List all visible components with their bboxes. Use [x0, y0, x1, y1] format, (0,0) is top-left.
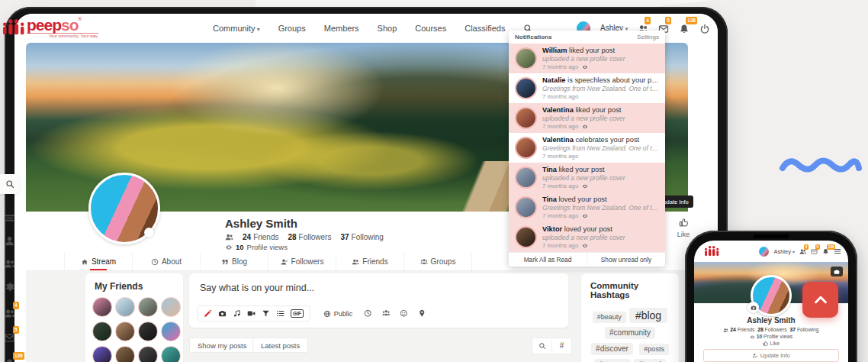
post-input[interactable]: Say what is on your mind... [189, 273, 568, 293]
scroll-to-top-button[interactable] [802, 282, 838, 318]
messages-button[interactable]: 5 [811, 247, 818, 255]
gif-button[interactable]: GIF [291, 309, 304, 318]
tab-groups[interactable]: Groups [403, 253, 472, 270]
notifications-button[interactable]: 136 [679, 21, 690, 34]
gear-icon[interactable] [4, 281, 15, 293]
camera-icon[interactable] [218, 309, 227, 318]
change-cover-button[interactable] [831, 267, 843, 276]
friend-avatar[interactable] [115, 346, 135, 362]
peepso-logomark-icon[interactable] [701, 244, 724, 258]
notifications-settings-link[interactable]: Settings [637, 34, 659, 40]
nav-item-members[interactable]: Members [324, 24, 359, 33]
mark-read-eye-icon[interactable] [582, 183, 588, 189]
friend-requests-button[interactable]: 4 [799, 247, 806, 255]
friend-avatar[interactable] [115, 297, 135, 317]
members-icon[interactable] [4, 258, 15, 270]
phone-notch [754, 234, 789, 238]
mark-read-eye-icon[interactable] [582, 64, 588, 70]
friend-avatar[interactable] [138, 346, 158, 362]
funnel-icon[interactable] [262, 309, 270, 318]
mark-read-eye-icon[interactable] [582, 124, 588, 130]
list-icon[interactable] [276, 309, 285, 318]
notification-item[interactable]: Tina loved your post Greetings from New … [509, 192, 665, 222]
hashtag[interactable]: #stream [594, 359, 631, 362]
pencil-icon[interactable] [204, 309, 212, 318]
stream-search-button[interactable] [532, 339, 551, 353]
like-button[interactable]: Like [694, 341, 848, 347]
friend-avatar[interactable] [92, 346, 112, 362]
tag-friends-icon[interactable] [382, 309, 391, 318]
hashtag[interactable]: #blog [629, 308, 667, 323]
nav-item-shop[interactable]: Shop [378, 24, 397, 33]
friend-avatar[interactable] [92, 297, 112, 317]
tab-blog[interactable]: Blog [200, 253, 268, 270]
nav-item-groups[interactable]: Groups [278, 24, 306, 33]
tab-stream[interactable]: Stream [64, 253, 132, 270]
notifications-header: Notifications Settings [509, 31, 665, 44]
user-menu[interactable]: Ashley ▾ [773, 248, 795, 255]
privacy-selector[interactable]: Public [323, 310, 353, 318]
music-icon[interactable] [233, 309, 241, 318]
following-stat[interactable]: 37Following [340, 233, 383, 241]
logo-text: peep [27, 16, 61, 34]
nav-item-courses[interactable]: Courses [415, 24, 446, 33]
hashtag[interactable]: #discover [591, 343, 633, 355]
latest-posts-button[interactable]: Latest posts [252, 338, 308, 353]
person-check-icon [281, 258, 288, 266]
hashtag[interactable]: #travel [634, 359, 666, 362]
alerts-badge: 136 [686, 17, 697, 24]
stream-filter-box: # [532, 338, 572, 354]
profile-views: 10 Profile views [694, 334, 848, 340]
profile-avatar[interactable] [88, 173, 160, 244]
notification-item[interactable]: Valentina celebrates your post Greetings… [509, 133, 665, 163]
tab-about[interactable]: About [132, 253, 200, 270]
location-icon[interactable] [418, 309, 426, 318]
friend-avatar[interactable] [92, 322, 112, 341]
schedule-icon[interactable] [364, 309, 372, 318]
mood-icon[interactable] [400, 309, 408, 318]
hashtag[interactable]: #posts [639, 344, 669, 355]
tab-friends[interactable]: Friends [336, 253, 403, 270]
camera-icon [751, 305, 757, 311]
widget-title: My Friends [85, 273, 183, 297]
video-icon[interactable] [247, 309, 256, 318]
person-icon[interactable] [4, 235, 15, 247]
mark-all-read-button[interactable]: Mark All as Read [509, 253, 587, 267]
notification-item[interactable]: William liked your post uploaded a new p… [509, 44, 665, 73]
hashtag[interactable]: #community [605, 327, 655, 339]
notification-item[interactable]: Viktor loved your post uploaded a new pr… [509, 222, 665, 252]
friend-avatar[interactable] [161, 322, 181, 341]
mark-read-eye-icon[interactable] [582, 213, 588, 219]
friend-avatar[interactable] [138, 297, 158, 317]
sidebar-search-box[interactable] [0, 174, 20, 194]
update-info-button[interactable]: Update Info [703, 349, 839, 362]
notification-item[interactable]: Tina liked your post uploaded a new prof… [509, 163, 665, 192]
tab-followers[interactable]: Followers [268, 253, 336, 270]
peepso-logo[interactable]: peepso® Your community. Your way. [27, 17, 98, 39]
change-avatar-button[interactable] [747, 302, 759, 313]
logout-button[interactable] [699, 21, 710, 34]
notification-item[interactable]: Valentina liked your post uploaded a new… [509, 103, 665, 133]
friend-avatar[interactable] [161, 297, 181, 317]
hashtag[interactable]: #beauty [593, 312, 626, 323]
hashtag-filter-button[interactable]: # [551, 339, 571, 353]
friend-requests-button[interactable]: 4 [4, 305, 15, 319]
mark-read-eye-icon[interactable] [582, 243, 588, 249]
avatar[interactable] [759, 247, 769, 257]
stream-lines-icon[interactable] [4, 212, 15, 224]
notifications-button[interactable]: 136 [822, 247, 829, 255]
show-my-posts-button[interactable]: Show my posts [189, 338, 255, 353]
friend-avatar[interactable] [115, 322, 135, 341]
show-unread-only-button[interactable]: Show unread only [587, 253, 665, 267]
friends-stat[interactable]: 24Friends [243, 233, 278, 241]
notifications-button[interactable]: 136 [4, 356, 15, 362]
nav-item-classifieds[interactable]: Classifieds [465, 24, 505, 33]
followers-stat[interactable]: 28Followers [288, 233, 331, 241]
like-button[interactable]: Like [670, 215, 696, 238]
notification-item[interactable]: Natalie is speechless about your post Gr… [509, 73, 665, 103]
friend-avatar[interactable] [161, 346, 181, 362]
messages-button[interactable]: 5 [4, 330, 15, 344]
nav-item-community[interactable]: Community▾ [213, 24, 260, 33]
notifications-title: Notifications [515, 34, 551, 40]
friend-avatar[interactable] [138, 322, 158, 341]
